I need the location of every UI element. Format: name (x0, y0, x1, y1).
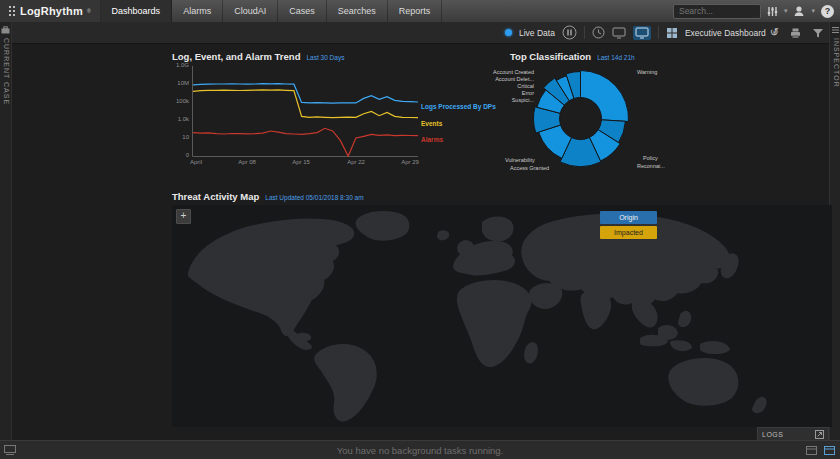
logs-panel-tab[interactable]: LOGS (757, 427, 829, 440)
legend-impacted-button[interactable]: Impacted (600, 226, 657, 239)
console-toggle-icon[interactable] (824, 446, 835, 455)
donut-label-vulnerability: Vulnerability (505, 157, 535, 163)
map-legend: Origin Impacted (600, 211, 657, 241)
expand-panel-icon[interactable] (815, 430, 824, 439)
x-axis-tick: Apr 15 (292, 159, 310, 165)
legend-origin-button[interactable]: Origin (600, 211, 657, 224)
logo-text: LogRhythm (20, 5, 83, 17)
x-axis-tick: April (190, 159, 202, 165)
series-label-events[interactable]: Events (421, 120, 442, 127)
grid-view-icon[interactable] (612, 27, 626, 39)
series-label-alarms[interactable]: Alarms (421, 136, 443, 143)
nav-tab-searches[interactable]: Searches (327, 0, 388, 22)
map-zoom-in-button[interactable]: + (176, 209, 191, 224)
map-panel-title: Threat Activity Map (172, 191, 259, 202)
live-data-label: Live Data (519, 28, 555, 38)
x-axis-tick: Apr 08 (238, 159, 256, 165)
refresh-icon[interactable]: ↺ (770, 22, 779, 43)
threat-activity-map[interactable]: + Origin Impacted (172, 205, 832, 427)
donut-label-warning: Warning (637, 69, 657, 75)
pause-icon[interactable] (562, 25, 577, 40)
donut-label-critical: Critical (517, 83, 534, 89)
classification-panel-title: Top Classification (510, 51, 591, 62)
dashboard-toolbar: Live Data Executive Dashboard ▾ ↺ (0, 22, 840, 44)
filter-sliders-icon[interactable] (767, 6, 778, 17)
app-window: LogRhythm ® Dashboards Alarms CloudAI Ca… (0, 0, 840, 459)
y-axis-tick: 10 (170, 134, 189, 140)
donut-label-account-created: Account Created (493, 69, 534, 75)
nav-tab-cloudai[interactable]: CloudAI (223, 0, 278, 22)
map-panel-subtitle: Last Updated 05/01/2018 8:30 am (265, 194, 363, 201)
tasks-monitor-icon[interactable] (4, 445, 16, 455)
y-axis-tick: 10M (170, 80, 189, 86)
donut-label-error: Error (522, 90, 534, 96)
nav-tab-cases[interactable]: Cases (278, 0, 327, 22)
top-nav: LogRhythm ® Dashboards Alarms CloudAI Ca… (0, 0, 840, 23)
y-axis-tick: 1.0k (170, 116, 189, 122)
dashboard-view-icon (635, 27, 649, 39)
classification-panel-subtitle: Last 14d 21h (597, 54, 635, 61)
live-data-indicator-icon (505, 29, 512, 36)
time-range-clock-icon[interactable] (592, 26, 605, 39)
current-case-panel-tab[interactable]: CURRENT CASE (0, 22, 12, 440)
donut-label-policy: Policy (643, 155, 658, 161)
donut-label-reconnaissance: Reconnai... (637, 163, 665, 169)
divider (658, 26, 659, 39)
nav-tab-dashboards[interactable]: Dashboards (101, 0, 173, 22)
logrhythm-logo-icon (9, 6, 16, 17)
toolbar-center-group: Live Data Executive Dashboard ▾ (505, 22, 776, 43)
series-label-logs[interactable]: Logs Processed By DPs (421, 103, 496, 110)
donut-label-account-deleted: Account Delet... (495, 76, 534, 82)
filter-funnel-icon[interactable] (812, 27, 824, 39)
print-icon[interactable] (789, 27, 802, 39)
nav-tab-alarms[interactable]: Alarms (172, 0, 223, 22)
status-message: You have no background tasks running. (0, 441, 840, 459)
status-bar: You have no background tasks running. (0, 440, 840, 459)
dashboard-grid-icon (666, 27, 678, 39)
donut-label-access-granted: Access Granted (510, 165, 549, 171)
trend-panel-subtitle: Last 30 Days (306, 54, 344, 61)
trend-panel-title: Log, Event, and Alarm Trend (172, 51, 300, 62)
logrhythm-logo[interactable]: LogRhythm ® (0, 0, 101, 22)
x-axis-tick: Apr 29 (401, 159, 419, 165)
dashboard-view-active[interactable] (633, 26, 651, 40)
logs-label: LOGS (762, 431, 811, 438)
donut-label-suspicious: Suspici... (512, 97, 534, 103)
help-icon[interactable]: ? (821, 5, 834, 18)
y-axis-tick: 0 (170, 152, 189, 158)
divider (584, 26, 585, 39)
trend-line-chart[interactable] (192, 66, 419, 158)
dashboard-selector[interactable]: Executive Dashboard (685, 28, 766, 38)
inspector-list-icon (831, 26, 840, 34)
current-case-label: CURRENT CASE (1, 38, 10, 105)
world-map (172, 205, 832, 427)
search-input[interactable] (673, 4, 761, 19)
chevron-down-icon[interactable]: ▾ (811, 7, 815, 15)
topnav-right-group: ▾ ▾ ? (673, 0, 840, 22)
case-briefcase-icon (1, 26, 10, 34)
donut-segment (581, 71, 629, 122)
toolbar-right-group: ↺ (770, 22, 824, 43)
panel-toggle-icon[interactable] (806, 446, 817, 455)
classification-panel: Top Classification Last 14d 21h Warning … (500, 48, 835, 188)
classification-donut-chart[interactable] (528, 66, 633, 171)
registered-mark: ® (87, 8, 91, 14)
nav-tab-reports[interactable]: Reports (388, 0, 443, 22)
user-avatar-icon[interactable] (793, 5, 805, 17)
trend-chart-panel: Log, Event, and Alarm Trend Last 30 Days… (170, 48, 502, 176)
y-axis-tick: 100k (170, 98, 189, 104)
y-axis-tick: 1.0G (170, 62, 189, 68)
x-axis-tick: Apr 22 (347, 159, 365, 165)
chevron-down-icon[interactable]: ▾ (784, 7, 788, 15)
